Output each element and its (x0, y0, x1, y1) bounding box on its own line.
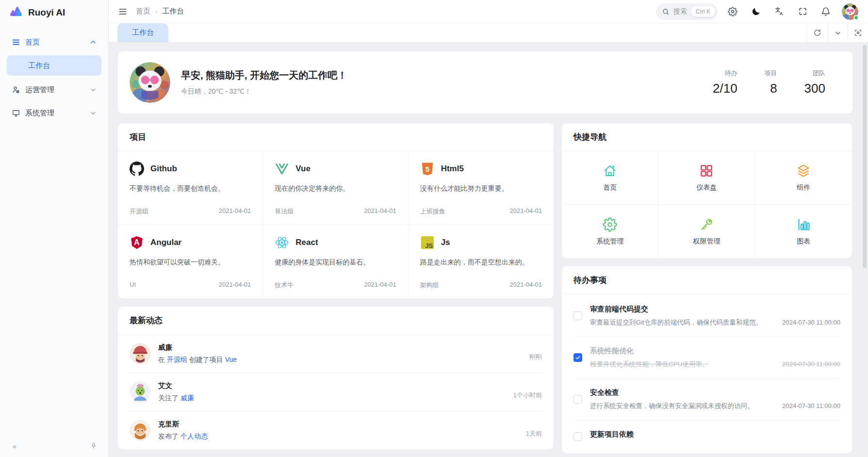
activity-body: 克里斯 发布了 个人动态 (158, 420, 208, 441)
quicknav-permissions[interactable]: 权限管理 (658, 205, 755, 258)
project-card-github[interactable]: Github 不要等待机会，而要创造机会。 开源组 2021-04-01 (118, 151, 263, 225)
tab-actions (807, 23, 868, 42)
activity-time: 刚刚 (529, 353, 542, 364)
stat-value: 300 (804, 81, 825, 96)
sidebar-item-home[interactable]: 首页 (7, 32, 101, 52)
quicknav-home[interactable]: 首页 (562, 151, 658, 205)
checkbox-unchecked[interactable] (573, 432, 582, 441)
translate-icon[interactable]: 文 A (771, 3, 787, 20)
tab-label: 工作台 (132, 28, 154, 37)
activity-body: 艾文 关注了 威廉 (158, 381, 194, 403)
quicknav-components[interactable]: 组件 (755, 151, 852, 205)
checkbox-checked[interactable] (573, 353, 582, 362)
checkbox-unchecked[interactable] (573, 311, 582, 320)
project-group: UI (130, 281, 136, 288)
search-input[interactable]: 搜索 Ctrl K (656, 3, 718, 20)
breadcrumb-separator: › (155, 8, 157, 15)
chevron-down-icon (90, 86, 97, 93)
quicknav-label: 组件 (797, 183, 810, 192)
expand-icon[interactable] (848, 23, 868, 42)
search-placeholder: 搜索 (673, 7, 687, 16)
sidebar-item-workbench[interactable]: 工作台 (7, 55, 101, 76)
user-icon (12, 85, 20, 94)
breadcrumb-home[interactable]: 首页 (136, 7, 150, 16)
breadcrumb-current: 工作台 (162, 7, 184, 16)
sidebar-item-system[interactable]: 系统管理 (7, 103, 101, 123)
project-card-js[interactable]: JS Js 路是走出来的，而不是空想出来的。 架构组 2021-04-01 (409, 225, 554, 298)
refresh-icon[interactable] (807, 23, 827, 42)
project-name: Github (150, 164, 177, 174)
hamburger-icon[interactable] (115, 3, 131, 20)
activity-title: 最新动态 (118, 307, 554, 335)
online-status-dot (853, 15, 859, 20)
sidebar-collapse-button[interactable]: « (8, 439, 21, 453)
activity-card: 最新动态 (118, 307, 554, 449)
activity-line: 在 开源组 创建了项目 Vue (158, 356, 237, 364)
react-icon (275, 235, 289, 250)
todo-list: 审查前端代码提交 审查最近提交到Git仓库的前端代码，确保代码质量和规范。 20… (562, 294, 852, 453)
bell-icon[interactable] (818, 3, 834, 20)
project-name: Html5 (441, 164, 464, 174)
sidebar-item-operation[interactable]: 运营管理 (7, 80, 101, 100)
app-logo[interactable]: Ruoyi AI (0, 0, 108, 25)
project-card-react[interactable]: React 健康的身体是实现目标的基石。 技术牛 2021-04-01 (263, 225, 408, 298)
svg-text:JS: JS (425, 242, 433, 249)
page-content[interactable]: 早安, 熊猫助手, 开始您一天的工作吧！ 今日晴，20℃ - 32℃！ 待办 2… (109, 43, 868, 457)
project-name: React (295, 238, 318, 247)
project-desc: 路是走出来的，而不是空想出来的。 (420, 258, 542, 268)
project-card-html5[interactable]: 5 Html5 没有什么才能比努力更重要。 上班摸鱼 2021-04-01 (409, 151, 554, 225)
quicknav-system[interactable]: 系统管理 (562, 205, 658, 258)
layers-icon (796, 163, 811, 178)
activity-text: 发布了 (158, 432, 180, 440)
quicknav-dashboard[interactable]: 仪表盘 (658, 151, 755, 205)
chevron-down-icon[interactable] (827, 23, 848, 42)
tab-workbench[interactable]: 工作台 (117, 23, 168, 42)
stat-team: 团队 300 (804, 69, 825, 96)
scrollbar-thumb[interactable] (863, 45, 867, 268)
project-group: 技术牛 (275, 281, 294, 290)
pin-icon[interactable] (87, 439, 100, 453)
activity-link[interactable]: 威廉 (180, 394, 194, 402)
quicknav-card: 快捷导航 首页 (562, 123, 852, 258)
quicknav-charts[interactable]: 图表 (755, 205, 852, 258)
fullscreen-icon[interactable] (794, 3, 811, 20)
todo-item: 安全检查 进行系统安全检查，确保没有安全漏洞或未授权的访问。 2024-07-3… (573, 379, 840, 421)
html5-icon: 5 (420, 162, 435, 176)
greeting-title: 早安, 熊猫助手, 开始您一天的工作吧！ (181, 69, 347, 82)
stat-projects: 项目 8 (765, 69, 777, 96)
svg-text:5: 5 (425, 165, 429, 173)
stat-value: 8 (765, 81, 777, 96)
activity-body: 威廉 在 开源组 创建了项目 Vue (158, 343, 237, 364)
stat-label: 待办 (713, 69, 737, 78)
project-card-angular[interactable]: A Angular 热情和欲望可以突破一切难关。 UI 2021-04-01 (118, 225, 263, 298)
todo-item-desc: 检查并优化系统性能，降低CPU使用率。 (590, 360, 709, 369)
settings-icon[interactable] (724, 3, 741, 20)
todo-item-title: 审查前端代码提交 (590, 305, 840, 314)
scrollbar[interactable] (863, 45, 867, 452)
sidebar-footer: « (0, 435, 108, 457)
moon-icon[interactable] (748, 3, 764, 20)
menu-icon (12, 38, 20, 47)
activity-link[interactable]: 开源组 (167, 356, 187, 363)
activity-list: 威廉 在 开源组 创建了项目 Vue 刚刚 (118, 335, 554, 449)
activity-item: 艾文 关注了 威廉 1个小时前 (130, 373, 542, 411)
checkbox-unchecked[interactable] (573, 395, 582, 404)
todo-title: 待办事项 (562, 266, 852, 294)
todo-card: 待办事项 审查前端代码提交 审查最近提交到Git仓库的前端代码，确保代码质量和规… (562, 266, 852, 453)
project-date: 2021-04-01 (510, 281, 542, 290)
todo-item-desc: 审查最近提交到Git仓库的前端代码，确保代码质量和规范。 (590, 318, 762, 327)
chevron-down-icon (90, 110, 97, 116)
activity-link[interactable]: 个人动态 (180, 432, 208, 440)
project-desc: 不要等待机会，而要创造机会。 (130, 184, 251, 194)
panda-avatar-large (130, 62, 170, 103)
user-avatar[interactable] (842, 3, 858, 20)
quicknav-label: 仪表盘 (696, 183, 717, 192)
sidebar-item-label: 系统管理 (25, 109, 54, 118)
activity-link[interactable]: Vue (225, 356, 237, 363)
navbar-actions: 搜索 Ctrl K 文 A (656, 3, 858, 20)
todo-item-title: 安全检查 (590, 388, 840, 397)
project-card-vue[interactable]: Vue 现在的你决定将来的你。 算法组 2021-04-01 (263, 151, 408, 225)
quicknav-title: 快捷导航 (562, 123, 852, 151)
stat-label: 团队 (804, 69, 825, 78)
todo-item-date: 2024-07-30 11:00:00 (782, 402, 840, 409)
